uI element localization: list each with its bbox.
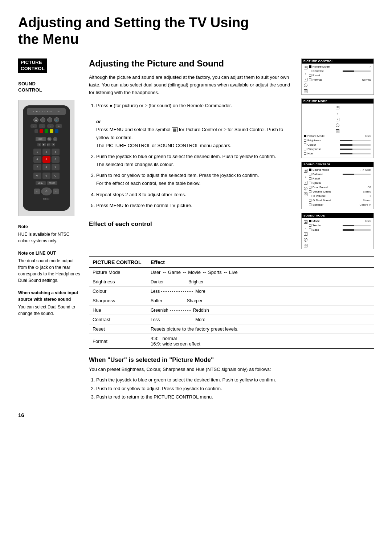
table-cell-effect: Softer Sharper [147,296,374,306]
user-step-1: Push the joystick to blue or green to se… [96,376,374,384]
ui-icon-input2: ⤢ [336,118,339,121]
table-cell-effect: 4:3: normal 16:9: wide screen effect [147,334,374,349]
note-hue: Note HUE is available for NTSC colour sy… [18,223,82,244]
table-cell-control: Picture Mode [89,268,147,277]
table-cell-control: Contrast [89,315,147,324]
ui-row-contrast: Contrast [309,69,371,73]
ui-row-format: Format Normal [309,78,371,81]
ui-screenshots: PICTURE CONTROL ☰ › ⤢ ○ ⊡ Picture Mode -… [301,58,374,253]
ui-row-sm-mode: Mode User [309,219,371,223]
sidebar-sound-control: SOUND CONTROL [18,81,82,93]
remote-control-image: VTR 1 2 3 MDP TV ⏏ 📺 ← • → ⊙ [18,100,74,216]
table-row: Colour Less More [89,287,374,296]
ui-row-sm-treble: Treble [309,224,371,227]
table-cell-control: Colour [89,287,147,296]
table-row: Brightness Darker Brighter [89,277,374,287]
ui-row-sc-balance: Balance [309,173,371,176]
ui-row-sc-soundmode: Sound Mode - -> User [309,168,371,171]
ui-row-sc-reset: Reset [309,177,371,180]
table-header-effect: Effect [147,257,374,268]
ui-row-sc-spatial: Spatial [309,181,371,185]
ui-row-pm-hue: Hue [304,152,371,155]
ui-icon-circle4: ○ [304,238,307,242]
page-title: Adjusting and Setting the TV Using the M… [18,15,374,48]
table-cell-effect: Less More [147,315,374,324]
user-step-2: Push to red or yellow to adjust. Press t… [96,384,374,393]
user-step-3: Push to red to return to the PICTURE CON… [96,393,374,401]
ui-icon-input4: ⤢ [304,232,307,236]
table-row: Hue Greenish Reddish [89,306,374,315]
ui-icon-circle2: ○ [336,124,339,127]
user-steps: Push the joystick to blue or green to se… [89,376,374,401]
ui-icon-print3: ⊡ [304,193,307,196]
table-cell-effect: Greenish Reddish [147,306,374,315]
ui-row-pm-colour: Colour [304,143,371,146]
ui-icon-menu4: ☰ [304,220,307,224]
ui-row-pm-picturemode: Picture Mode User [304,134,371,138]
ui-row-sm-bass: Bass [309,228,371,231]
ui-icon-menu3: ☰ [304,169,307,173]
ui-icon-print2: ⊡ [336,129,339,133]
note-stereo: When watching a video input source with … [18,290,82,317]
user-section-title: When "User" is selected in "Picture Mode… [89,356,374,364]
ui-row-sc-volume: ⊙ Volume 0 [309,194,371,198]
ui-row-pm-brightness: Brightness [304,139,371,142]
intro-text: Although the picture and sound are adjus… [89,74,307,96]
table-cell-effect: Resets picture to the factory preset lev… [147,324,374,334]
sidebar-picture-control: PICTURE CONTROL [18,58,82,74]
page-number: 16 [18,412,374,418]
user-section-intro: You can preset Brightness, Colour, Sharp… [89,367,374,372]
table-cell-effect: Less More [147,287,374,296]
table-row: Picture Mode User ↔ Game ↔ Movie ↔ Sport… [89,268,374,277]
table-cell-control: Reset [89,324,147,334]
ui-box-sound-control: SOUND CONTROL ☰ › ⤢ ○ ⊡ Sound Mode - -> … [301,162,374,209]
ui-icon-circle3: ○ [304,187,307,190]
user-section: When "User" is selected in "Picture Mode… [89,356,374,401]
ui-box-sound-mode: SOUND MODE ☰ › ⤢ ○ ⊡ Mode User [301,213,374,249]
ui-box-picture-control: PICTURE CONTROL ☰ › ⤢ ○ ⊡ Picture Mode -… [301,58,374,95]
table-cell-effect: User ↔ Game ↔ Movie ↔ Sports ↔ Live [147,268,374,277]
ui-row-sc-voloffset: Volume Offset Stereo [309,190,371,193]
ui-icon-input: ⤢ [304,78,307,81]
effect-table: PICTURE CONTROL Effect Picture Mode User… [89,256,374,349]
ui-icon-print4: ⊡ [304,244,307,247]
note-line-out: Note on LINE OUT The dual sound mode out… [18,250,82,284]
table-cell-control: Sharpness [89,296,147,306]
ui-icon-print: ⊡ [304,89,307,93]
ui-icon-menu2: ☰ [336,106,339,109]
ui-row-sc-dualsound: Dual Sound Off [309,186,371,189]
table-row: Sharpness Softer Sharper [89,296,374,306]
table-cell-control: Brightness [89,277,147,287]
ui-row-sc-dualsound2: ⊙ Dual Sound Stereo [309,199,371,202]
table-cell-effect: Darker Brighter [147,277,374,287]
table-header-control: PICTURE CONTROL [89,257,147,268]
ui-row-pm-sharpness: Sharpness [304,147,371,151]
table-row: Contrast Less More [89,315,374,324]
ui-row-reset: Reset [309,74,371,77]
ui-icon-circle: ○ [304,84,307,87]
table-cell-control: Format [89,334,147,349]
ui-row-sc-speaker: Speaker Centre in [309,203,371,206]
ui-box-picture-mode: PICTURE MODE ☰ › ⤢ ○ ⊡ Picture Mode User [301,98,374,158]
table-row: Format 4:3: normal 16:9: wide screen eff… [89,334,374,349]
ui-icon-input3: ⤢ [304,181,307,185]
ui-icon-menu: ☰ [304,66,307,69]
table-row: Reset Resets picture to the factory pres… [89,324,374,334]
table-cell-control: Hue [89,306,147,315]
ui-row-picture-mode: Picture Mode - -> [309,65,371,68]
